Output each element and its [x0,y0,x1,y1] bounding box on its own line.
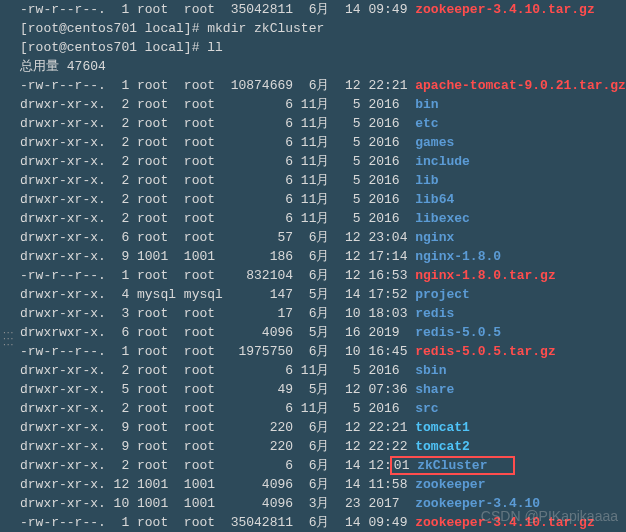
ls-entry: drwxr-xr-x. 12 1001 1001 4096 6月 14 11:5… [20,475,626,494]
ls-entry: -rw-r--r--. 1 root root 832104 6月 12 16:… [20,266,626,285]
ls-entry: drwxr-xr-x. 3 root root 17 6月 10 18:03 r… [20,304,626,323]
ls-entry: drwxr-xr-x. 6 root root 57 6月 12 23:04 n… [20,228,626,247]
ls-entry: drwxrwxr-x. 6 root root 4096 5月 16 2019 … [20,323,626,342]
terminal-output[interactable]: -rw-r--r--. 1 root root 35042811 6月 14 0… [0,0,626,532]
ls-entry: drwxr-xr-x. 2 root root 6 11月 5 2016 lib [20,171,626,190]
command-line: [root@centos701 local]# mkdir zkCluster [20,19,626,38]
ls-entry: drwxr-xr-x. 2 root root 6 11月 5 2016 inc… [20,152,626,171]
ls-entry: drwxr-xr-x. 2 root root 6 11月 5 2016 gam… [20,133,626,152]
ls-entry: drwxr-xr-x. 2 root root 6 11月 5 2016 etc [20,114,626,133]
ls-entry: -rw-r--r--. 1 root root 35042811 6月 14 0… [20,0,626,19]
ls-entry: drwxr-xr-x. 2 root root 6 11月 5 2016 lib… [20,209,626,228]
ls-entry: drwxr-xr-x. 9 root root 220 6月 12 22:22 … [20,437,626,456]
ls-entry: drwxr-xr-x. 5 root root 49 5月 12 07:36 s… [20,380,626,399]
ls-entry: -rw-r--r--. 1 root root 10874669 6月 12 2… [20,76,626,95]
ls-entry: drwxr-xr-x. 2 root root 6 11月 5 2016 lib… [20,190,626,209]
ls-entry: drwxr-xr-x. 2 root root 6 11月 5 2016 bin [20,95,626,114]
ls-entry: drwxr-xr-x. 4 mysql mysql 147 5月 14 17:5… [20,285,626,304]
watermark-text: CSDN @PIKapikaaaa [481,507,618,526]
ellipsis-decoration: ········· [2,330,13,348]
command-line: [root@centos701 local]# ll [20,38,626,57]
ls-entry: drwxr-xr-x. 9 root root 220 6月 12 22:21 … [20,418,626,437]
ls-entry: drwxr-xr-x. 9 1001 1001 186 6月 12 17:14 … [20,247,626,266]
ls-entry: drwxr-xr-x. 2 root root 6 11月 5 2016 sbi… [20,361,626,380]
ls-entry: drwxr-xr-x. 2 root root 6 6月 14 12:01 zk… [20,456,626,475]
ls-entry: -rw-r--r--. 1 root root 1975750 6月 10 16… [20,342,626,361]
total-line: 总用量 47604 [20,57,626,76]
ls-entry: drwxr-xr-x. 2 root root 6 11月 5 2016 src [20,399,626,418]
